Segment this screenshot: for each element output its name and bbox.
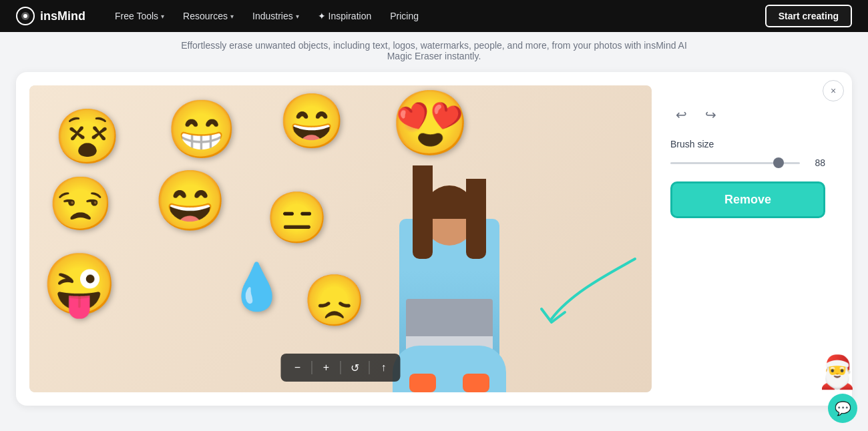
nav-pricing[interactable]: Pricing [382, 7, 427, 25]
redo-button[interactable]: ↪ [700, 104, 721, 125]
hair-right [466, 179, 486, 259]
logo[interactable]: insMind [16, 7, 85, 25]
editor-sidebar: × ↩ ↪ Brush size 88 Remove [652, 85, 839, 392]
close-button[interactable]: × [823, 80, 844, 101]
nav-links: Free Tools ▾ Resources ▾ Industries ▾ ✦ … [107, 7, 765, 25]
nav-inspiration[interactable]: ✦ Inspiration [310, 7, 379, 25]
navbar: insMind Free Tools ▾ Resources ▾ Industr… [0, 0, 868, 32]
divider2 [341, 361, 341, 374]
canvas-area: 😵😁😄😍😒😄😑😜💧😞 − + ↺ ↑ [29, 85, 652, 392]
brush-size-label: Brush size [670, 139, 825, 149]
brush-size-slider[interactable] [670, 162, 800, 164]
shoe-right [463, 374, 489, 392]
undo-button[interactable]: ↩ [670, 104, 692, 125]
svg-point-2 [23, 14, 27, 18]
canvas-controls: − + ↺ ↑ [281, 354, 401, 382]
nav-industries[interactable]: Industries ▾ [244, 7, 307, 25]
laptop [406, 299, 493, 352]
brush-section: Brush size 88 [670, 139, 825, 168]
logo-text: insMind [40, 9, 85, 23]
page-content: Effortlessly erase unwanted objects, inc… [0, 0, 868, 431]
divider [312, 361, 312, 374]
nav-resources[interactable]: Resources ▾ [175, 7, 242, 25]
chevron-down-icon: ▾ [230, 13, 234, 20]
chevron-down-icon: ▾ [161, 13, 164, 20]
brush-slider-row: 88 [670, 157, 825, 168]
chat-icon: 💬 [835, 400, 851, 416]
brush-size-value: 88 [807, 157, 825, 168]
upload-button[interactable]: ↑ [374, 358, 394, 378]
canvas-image[interactable]: 😵😁😄😍😒😄😑😜💧😞 [29, 85, 652, 392]
laptop-screen [406, 299, 493, 336]
remove-button[interactable]: Remove [670, 181, 825, 218]
hair-left [413, 165, 433, 259]
editor-card: 😵😁😄😍😒😄😑😜💧😞 − + ↺ ↑ × [16, 72, 852, 406]
girl-photo [278, 116, 621, 392]
chat-widget[interactable]: 💬 [828, 394, 857, 423]
reset-button[interactable]: ↺ [345, 358, 365, 378]
subtitle-text: Effortlessly erase unwanted objects, inc… [167, 32, 701, 72]
chevron-down-icon: ▾ [296, 13, 299, 20]
zoom-out-button[interactable]: − [288, 358, 308, 378]
nav-free-tools[interactable]: Free Tools ▾ [107, 7, 172, 25]
undo-redo-controls: ↩ ↪ [670, 99, 825, 125]
santa-widget[interactable]: 🎅 [817, 354, 857, 391]
zoom-in-button[interactable]: + [316, 358, 337, 378]
start-creating-button[interactable]: Start creating [765, 5, 852, 27]
divider3 [369, 361, 370, 374]
shoe-left [409, 374, 436, 392]
